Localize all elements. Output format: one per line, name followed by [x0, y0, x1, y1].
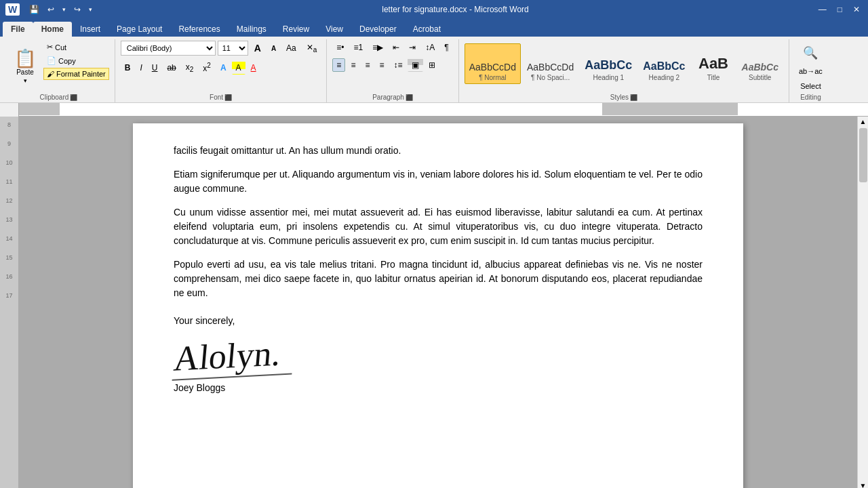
style-subtitle-label: Subtitle — [749, 74, 771, 81]
strikethrough-button[interactable]: ab — [163, 61, 180, 75]
text-effects-button[interactable]: A — [216, 61, 231, 75]
save-button[interactable]: 💾 — [26, 3, 42, 16]
change-case-button[interactable]: Aa — [282, 41, 300, 55]
clear-format-button[interactable]: ✕a — [302, 41, 321, 56]
numbering-button[interactable]: ≡1 — [350, 41, 368, 54]
bold-button[interactable]: B — [121, 61, 135, 75]
paragraph-4: Populo everti ad usu, ea vis tale melius… — [174, 258, 703, 300]
tab-references[interactable]: References — [170, 22, 228, 37]
justify-button[interactable]: ≡ — [375, 58, 388, 72]
redo-button[interactable]: ↪ — [71, 3, 83, 16]
style-normal-preview: AaBbCcDd — [469, 62, 516, 73]
shrink-font-button[interactable]: A — [267, 43, 280, 54]
style-title[interactable]: AaB Title — [692, 43, 736, 84]
document-area[interactable]: facilis feugait omittantur ut. An has ul… — [19, 117, 857, 488]
increase-indent-button[interactable]: ⇥ — [405, 41, 420, 54]
align-left-button[interactable]: ≡ — [332, 58, 345, 72]
superscript-button[interactable]: x2 — [199, 60, 215, 75]
undo-button[interactable]: ↩ — [45, 3, 57, 16]
style-h1-label: Heading 1 — [593, 74, 624, 81]
title-bar: W 💾 ↩ ▾ ↪ ▾ letter for signature.docx - … — [0, 0, 868, 19]
paste-button[interactable]: 📋 Paste ▾ — [8, 41, 42, 92]
paragraph-2: Etiam signiferumque per ut. Aliquando ar… — [174, 167, 703, 196]
paragraph-3: Cu unum vidisse assentior mei, mei mutat… — [174, 205, 703, 248]
signature-block: Alolyn. — [174, 338, 703, 378]
styles-expand[interactable]: ⬛ — [630, 94, 637, 101]
word-icon: W — [5, 3, 20, 16]
style-heading1[interactable]: AaBbCc Heading 1 — [580, 43, 637, 84]
paragraph-1: facilis feugait omittantur ut. An has ul… — [174, 144, 703, 158]
document-page[interactable]: facilis feugait omittantur ut. An has ul… — [133, 123, 743, 488]
clipboard-right: ✂ Cut 📄 Copy 🖌 Format Painter — [43, 41, 109, 92]
sort-button[interactable]: ↕A — [421, 41, 439, 54]
title-bar-left: W 💾 ↩ ▾ ↪ ▾ — [5, 3, 95, 16]
font-size-select[interactable]: 11 — [218, 41, 248, 56]
scroll-up-button[interactable]: ▲ — [859, 117, 868, 127]
font-color-button[interactable]: A — [247, 61, 260, 75]
style-h2-preview: AaBbCc — [643, 60, 685, 73]
italic-button[interactable]: I — [136, 61, 146, 75]
clipboard-group: 📋 Paste ▾ ✂ Cut 📄 Copy 🖌 Format Painter — [3, 39, 115, 102]
main-area: 8 9 10 11 12 13 14 15 16 17 facilis feug… — [0, 117, 868, 488]
styles-group: AaBbCcDd ¶ Normal AaBbCcDd ¶ No Spaci...… — [459, 39, 789, 102]
window-controls: — □ ✕ — [816, 3, 863, 16]
paste-label: Paste — [16, 68, 34, 76]
tab-insert[interactable]: Insert — [72, 22, 108, 37]
style-nospace-preview: AaBbCcDd — [527, 62, 574, 73]
font-family-select[interactable]: Calibri (Body) — [121, 41, 216, 56]
font-row-1: Calibri (Body) 11 A A Aa ✕a — [121, 41, 321, 56]
minimize-button[interactable]: — — [816, 3, 829, 16]
cut-button[interactable]: ✂ Cut — [43, 41, 109, 54]
align-right-button[interactable]: ≡ — [361, 58, 374, 72]
style-nospace[interactable]: AaBbCcDd ¶ No Spaci... — [522, 43, 578, 84]
tab-review[interactable]: Review — [275, 22, 317, 37]
tab-developer[interactable]: Developer — [351, 22, 405, 37]
shading-button[interactable]: ▣ — [408, 58, 423, 72]
style-h1-preview: AaBbCc — [585, 58, 632, 73]
replace-button[interactable]: ab→ac — [795, 65, 827, 77]
para-row-2: ≡ ≡ ≡ ≡ ↕≡ ▣ ⊞ — [332, 58, 439, 72]
tab-page-layout[interactable]: Page Layout — [108, 22, 170, 37]
style-normal[interactable]: AaBbCcDd ¶ Normal — [465, 43, 521, 84]
styles-controls: AaBbCcDd ¶ Normal AaBbCcDd ¶ No Spaci...… — [465, 41, 783, 92]
customize-quick-access[interactable]: ▾ — [86, 5, 95, 14]
paste-icon: 📋 — [14, 49, 36, 67]
tab-view[interactable]: View — [317, 22, 351, 37]
ruler-container — [0, 103, 868, 117]
find-button[interactable]: 🔍 — [799, 43, 822, 62]
tab-file[interactable]: File — [3, 22, 33, 37]
copy-icon: 📄 — [47, 56, 56, 65]
line-spacing-button[interactable]: ↕≡ — [389, 58, 406, 72]
bullets-button[interactable]: ≡• — [332, 41, 348, 54]
grow-font-button[interactable]: A — [250, 41, 265, 56]
select-button[interactable]: Select — [796, 80, 825, 92]
tab-mailings[interactable]: Mailings — [229, 22, 275, 37]
multilevel-button[interactable]: ≡▶ — [368, 41, 387, 54]
copy-button[interactable]: 📄 Copy — [43, 54, 109, 67]
format-painter-button[interactable]: 🖌 Format Painter — [43, 68, 109, 80]
tab-home[interactable]: Home — [33, 22, 72, 37]
clipboard-expand[interactable]: ⬛ — [70, 94, 77, 101]
scroll-thumb[interactable] — [859, 128, 867, 182]
vertical-scrollbar[interactable]: ▲ ▼ — [857, 117, 868, 488]
font-expand[interactable]: ⬛ — [224, 94, 232, 101]
font-group: Calibri (Body) 11 A A Aa ✕a B I U ab x2 … — [115, 39, 328, 102]
show-formatting-button[interactable]: ¶ — [440, 41, 452, 54]
close-button[interactable]: ✕ — [850, 3, 863, 16]
editing-group: 🔍 ab→ac Select Editing — [789, 39, 832, 102]
scroll-down-button[interactable]: ▼ — [859, 481, 868, 488]
borders-button[interactable]: ⊞ — [425, 58, 439, 72]
undo-dropdown[interactable]: ▾ — [60, 5, 68, 14]
style-subtitle[interactable]: AaBbCc Subtitle — [737, 43, 783, 84]
paragraph-expand[interactable]: ⬛ — [406, 94, 413, 101]
closing-line: Your sincerely, — [174, 314, 703, 328]
tab-acrobat[interactable]: Acrobat — [405, 22, 449, 37]
underline-button[interactable]: U — [148, 61, 162, 75]
maximize-button[interactable]: □ — [835, 3, 845, 16]
subscript-button[interactable]: x2 — [182, 60, 198, 75]
decrease-indent-button[interactable]: ⇤ — [389, 41, 403, 54]
paste-dropdown[interactable]: ▾ — [24, 77, 27, 84]
align-center-button[interactable]: ≡ — [347, 58, 359, 72]
text-highlight-button[interactable]: A — [232, 61, 245, 75]
style-heading2[interactable]: AaBbCc Heading 2 — [638, 43, 690, 84]
